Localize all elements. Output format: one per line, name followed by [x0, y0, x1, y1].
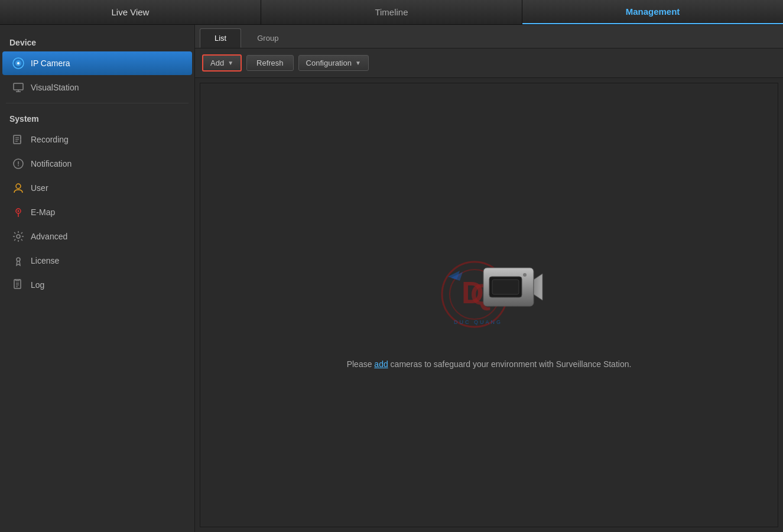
config-chevron-icon: ▼ [355, 60, 361, 66]
add-button[interactable]: Add ▼ [202, 54, 242, 72]
svg-point-18 [17, 258, 20, 261]
sidebar-item-user[interactable]: User [2, 176, 192, 200]
main-layout: Device IP Camera VisualStation [0, 25, 783, 532]
configuration-button[interactable]: Configuration ▼ [298, 55, 369, 71]
content-area: List Group Add ▼ Refresh Configuration ▼ [195, 25, 783, 532]
nav-management[interactable]: Management [522, 0, 783, 24]
sidebar-item-notification[interactable]: ! Notification [2, 152, 192, 176]
add-chevron-icon: ▼ [228, 60, 233, 66]
notification-icon: ! [12, 157, 25, 170]
user-icon [12, 181, 25, 194]
svg-text:!: ! [17, 160, 20, 167]
advanced-icon [12, 230, 25, 243]
sidebar-item-visual-station[interactable]: VisualStation [2, 76, 192, 99]
license-icon [12, 254, 25, 267]
svg-rect-3 [14, 83, 23, 90]
log-icon [12, 278, 25, 291]
svg-point-17 [17, 235, 20, 238]
svg-point-16 [18, 210, 20, 212]
svg-point-2 [17, 62, 20, 64]
sidebar-item-license[interactable]: License [2, 249, 192, 273]
nav-live-view[interactable]: Live View [0, 0, 261, 24]
tab-list[interactable]: List [200, 28, 241, 48]
svg-rect-20 [15, 279, 20, 281]
recording-icon [12, 133, 25, 146]
sidebar-item-log[interactable]: Log [2, 273, 192, 297]
system-section-label: System [0, 107, 194, 127]
camera-illustration: D Q DUC QUANG [430, 241, 548, 348]
tab-group[interactable]: Group [242, 28, 293, 48]
ip-camera-icon [12, 57, 25, 70]
add-cameras-link[interactable]: add [374, 359, 388, 369]
tab-bar: List Group [195, 25, 783, 48]
visual-station-icon [12, 81, 25, 94]
sidebar: Device IP Camera VisualStation [0, 25, 195, 532]
sidebar-divider [6, 103, 189, 103]
refresh-button[interactable]: Refresh [246, 55, 294, 71]
svg-point-32 [523, 273, 527, 277]
empty-state-text: Please add cameras to safeguard your env… [347, 359, 632, 369]
toolbar: Add ▼ Refresh Configuration ▼ [195, 48, 783, 78]
sidebar-item-advanced[interactable]: Advanced [2, 225, 192, 248]
device-section-label: Device [0, 31, 194, 51]
e-map-icon [12, 206, 25, 219]
svg-point-14 [16, 184, 21, 189]
sidebar-item-e-map[interactable]: E-Map [2, 200, 192, 224]
svg-rect-31 [492, 280, 519, 294]
sidebar-item-recording[interactable]: Recording [2, 128, 192, 151]
top-nav: Live View Timeline Management [0, 0, 783, 25]
svg-text:DUC QUANG: DUC QUANG [454, 319, 502, 325]
nav-timeline[interactable]: Timeline [261, 0, 522, 24]
sidebar-item-ip-camera[interactable]: IP Camera [2, 51, 192, 75]
empty-panel: D Q DUC QUANG [200, 83, 778, 527]
